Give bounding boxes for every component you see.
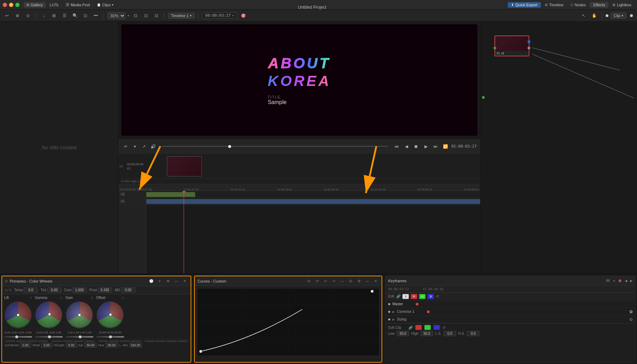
list-view-button[interactable]: ☰ — [60, 11, 69, 20]
off-b-slider[interactable] — [166, 340, 176, 342]
nodes-menu[interactable]: ⬡ Nodes — [568, 2, 589, 8]
volume-btn[interactable]: 🔊 — [149, 143, 157, 150]
luts-menu[interactable]: LUTs — [47, 2, 61, 8]
snap-button[interactable]: 🎯 — [239, 11, 248, 20]
sat-value[interactable]: 50.00 — [84, 343, 97, 348]
cv-min-btn[interactable]: — — [364, 278, 370, 284]
gallery-menu[interactable]: ⊞ Gallery — [24, 2, 46, 8]
corrector1-arrow[interactable]: ▶ — [392, 310, 395, 314]
resize-button[interactable]: ⊡ — [81, 11, 90, 20]
gain-slider[interactable] — [66, 336, 93, 338]
lift-reset[interactable]: ↺ — [29, 296, 32, 300]
sc-ls-value[interactable]: 0.0 — [444, 331, 456, 336]
cursor-tool[interactable]: ↖ — [580, 11, 588, 20]
track-content[interactable] — [146, 191, 480, 274]
close-button[interactable] — [3, 3, 7, 7]
gam-g-slider[interactable] — [63, 340, 73, 342]
timeline-selector[interactable]: Timeline 1 ▾ — [168, 13, 195, 19]
track-v1[interactable] — [146, 198, 480, 205]
cv-btn5[interactable]: ⊡ — [347, 278, 354, 284]
lift-wheel[interactable] — [4, 301, 32, 330]
undo-button[interactable]: ↩ — [3, 11, 11, 20]
minimize-button[interactable] — [9, 3, 13, 7]
off-r-slider[interactable] — [145, 340, 155, 342]
kf-nav-right[interactable]: ▶ — [630, 279, 632, 283]
cv-btn3[interactable]: ↪ — [331, 278, 337, 284]
sc-low-value[interactable]: 50.0 — [397, 331, 409, 336]
cv-btn6[interactable]: ⚙ — [356, 278, 362, 284]
node-connector-out[interactable] — [528, 47, 530, 49]
play-btn[interactable]: ▶ — [422, 143, 430, 150]
more-button[interactable]: ••• — [92, 11, 100, 20]
playhead[interactable] — [184, 191, 184, 274]
offset-slider[interactable] — [96, 336, 124, 338]
search-button[interactable]: 🔍 — [71, 11, 79, 20]
loop-btn[interactable]: 🔁 — [442, 143, 449, 150]
gam-b-slider[interactable] — [74, 340, 84, 342]
skip-start-btn[interactable]: ⏮ — [393, 143, 400, 150]
cw-settings-btn[interactable]: ⚙ — [165, 278, 171, 284]
kf-reset-icon[interactable]: ↺ — [436, 294, 439, 298]
lift-g-slider[interactable] — [16, 340, 26, 342]
gam-m-slider[interactable] — [84, 340, 94, 342]
cont-value[interactable]: 1.000 — [72, 287, 86, 293]
pen-tool[interactable]: ✏ — [122, 143, 130, 150]
node-connector-right[interactable] — [528, 40, 530, 43]
lift-b-slider[interactable] — [27, 340, 37, 342]
md-value[interactable]: 0.00 — [121, 287, 135, 293]
cw-clock-btn[interactable]: 🕐 — [148, 278, 154, 284]
gamma-reset[interactable]: ↺ — [60, 296, 63, 300]
colboost-value[interactable]: 0.00 — [20, 343, 31, 348]
gain-wheel[interactable] — [66, 301, 93, 330]
tool7[interactable]: ⊡ — [152, 11, 161, 20]
cursor-tool2[interactable]: ↗ — [140, 143, 148, 150]
effects-button[interactable]: Effects — [590, 2, 608, 8]
grid-view-button[interactable]: ⊞ — [50, 11, 58, 20]
timeline-menu[interactable]: ⊟ Timeline — [542, 2, 566, 8]
tool5[interactable]: ⊡ — [131, 11, 140, 20]
progress-bar[interactable] — [162, 146, 388, 147]
sc-red-btn[interactable] — [415, 325, 422, 330]
cw-close-btn[interactable]: ✕ — [182, 278, 188, 284]
kf-g-btn[interactable]: G — [419, 294, 425, 299]
track-v2[interactable] — [146, 191, 480, 198]
gain-b-slider[interactable] — [120, 340, 130, 342]
gain-reset[interactable]: ↺ — [91, 296, 93, 300]
hand-tool[interactable]: ✋ — [590, 11, 598, 20]
offset-wheel[interactable] — [96, 301, 124, 330]
cv-btn4[interactable]: — — [339, 278, 345, 284]
gain-m-slider[interactable] — [131, 340, 141, 342]
sc-green-btn[interactable] — [424, 325, 431, 330]
shad-value[interactable]: 0.00 — [41, 343, 52, 348]
gain-r-slider[interactable] — [98, 340, 108, 342]
off-m-slider[interactable] — [177, 340, 187, 342]
cv-screen-btn[interactable]: ⊡ — [306, 278, 312, 284]
hilight-value[interactable]: 0.00 — [66, 343, 77, 348]
offset-reset[interactable]: ↺ — [121, 296, 124, 300]
quick-export-button[interactable]: ⬆ Quick Export — [508, 2, 541, 8]
cw-bars-btn[interactable]: ≡ — [156, 278, 163, 284]
hue-value[interactable]: 50.00 — [106, 343, 118, 348]
stop-btn[interactable]: ⏹ — [412, 143, 420, 150]
sc-link-icon[interactable]: 🔗 — [408, 326, 413, 330]
pencil-dropdown[interactable]: ▾ — [131, 143, 139, 150]
lift-m-slider[interactable] — [38, 340, 48, 342]
skip-end-btn[interactable]: ⏭ — [432, 143, 439, 150]
maximize-button[interactable] — [15, 3, 20, 7]
tool6[interactable]: ⊡ — [142, 11, 150, 20]
sc-hs-value[interactable]: 0.0 — [467, 331, 479, 336]
curves-display[interactable] — [197, 288, 379, 356]
sc-high-value[interactable]: 50.0 — [421, 331, 433, 336]
gamma-slider[interactable] — [35, 336, 63, 338]
temp-value[interactable]: 0.0 — [24, 287, 38, 293]
clip-thumbnail[interactable] — [167, 156, 202, 176]
lmix-value[interactable]: 100.00 — [129, 343, 142, 348]
lift-slider[interactable] — [4, 336, 32, 338]
gain-g-slider[interactable] — [109, 340, 119, 342]
tool4-button[interactable]: ↓ — [39, 11, 48, 20]
prev-frame-btn[interactable]: ◀ — [402, 143, 410, 150]
sc-reset-icon[interactable]: ↺ — [443, 326, 445, 330]
gam-r-slider[interactable] — [52, 340, 62, 342]
tool3-button[interactable]: ⊙ — [24, 11, 32, 20]
lightbox-menu[interactable]: ⊞ Lightbox — [610, 2, 634, 8]
